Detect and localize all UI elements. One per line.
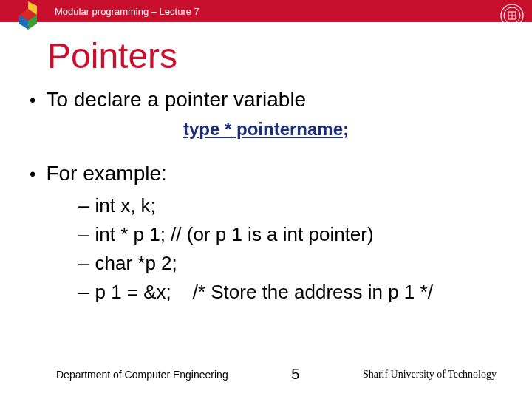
slide-content: • To declare a pointer variable type * p…	[0, 88, 532, 307]
puzzle-cube-icon	[13, 1, 46, 30]
code-line: int * p 1; // (or p 1 is a int pointer)	[95, 220, 373, 249]
bullet-dot-icon: •	[30, 92, 35, 109]
sub-bullets: – int x, k; – int * p 1; // (or p 1 is a…	[78, 191, 502, 307]
bullet-example: • For example:	[30, 162, 502, 185]
list-item: – p 1 = &x; /* Store the address in p 1 …	[78, 278, 502, 307]
footer-university: Sharif University of Technology	[363, 369, 497, 381]
bullet-text: To declare a pointer variable	[46, 88, 306, 112]
header-bar: Modular programming – Lecture 7	[0, 0, 532, 22]
list-item: – int x, k;	[78, 191, 502, 220]
bullet-declare: • To declare a pointer variable	[30, 88, 502, 112]
code-line: int x, k;	[95, 191, 155, 220]
bullet-dot-icon: •	[30, 166, 35, 183]
dash-icon: –	[78, 278, 89, 307]
header-breadcrumb: Modular programming – Lecture 7	[55, 6, 200, 17]
university-seal-icon	[499, 3, 525, 28]
list-item: – char *p 2;	[78, 249, 502, 278]
page-number: 5	[291, 366, 299, 383]
list-item: – int * p 1; // (or p 1 is a int pointer…	[78, 220, 502, 249]
code-line: p 1 = &x; /* Store the address in p 1 */	[95, 278, 432, 307]
dash-icon: –	[78, 191, 89, 220]
code-line: char *p 2;	[95, 249, 177, 278]
dash-icon: –	[78, 220, 89, 249]
footer-department: Department of Computer Engineering	[56, 369, 228, 381]
slide-title: Pointers	[47, 35, 532, 76]
bullet-text: For example:	[46, 162, 166, 185]
slide-footer: Department of Computer Engineering 5 Sha…	[0, 366, 532, 383]
syntax-text: type * pointername;	[30, 119, 502, 140]
dash-icon: –	[78, 249, 89, 278]
